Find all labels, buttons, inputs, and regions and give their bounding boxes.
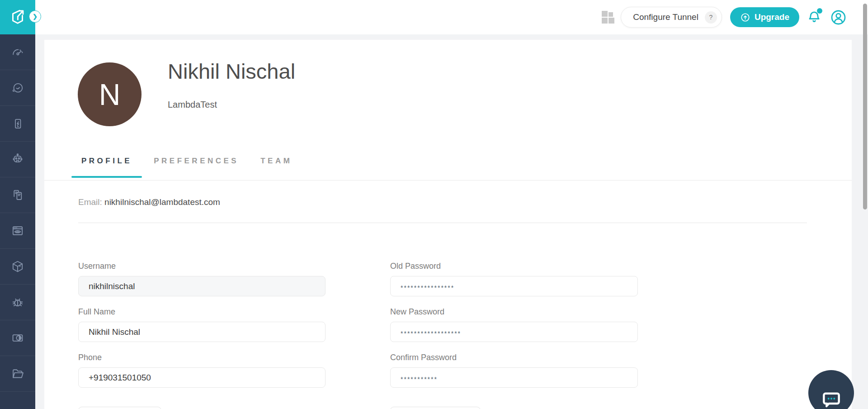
- chat-bubble-icon: [819, 387, 844, 409]
- devices-icon: [10, 188, 25, 202]
- upgrade-button[interactable]: Upgrade: [730, 7, 799, 27]
- sidebar-collapse-toggle[interactable]: ❯: [29, 10, 41, 23]
- profile-tabs: PROFILE PREFERENCES TEAM: [71, 149, 304, 177]
- phone-field-group: Phone: [78, 353, 326, 388]
- upgrade-label: Upgrade: [755, 12, 789, 22]
- phone-input[interactable]: [78, 367, 326, 388]
- tab-preferences[interactable]: PREFERENCES: [144, 149, 249, 177]
- top-header: Configure Tunnel ? Upgrade: [35, 0, 868, 34]
- vertical-scrollbar[interactable]: [863, 4, 867, 209]
- sidebar-item-folder[interactable]: [0, 356, 35, 392]
- full-name-label: Full Name: [78, 307, 326, 317]
- sidebar-item-mobile-testing[interactable]: [0, 106, 35, 142]
- confirm-password-input[interactable]: [390, 367, 638, 388]
- email-divider: [78, 223, 807, 223]
- sidebar-item-devices[interactable]: [0, 177, 35, 213]
- new-password-field-group: New Password: [390, 307, 638, 342]
- phone-label: Phone: [78, 353, 326, 362]
- tab-profile[interactable]: PROFILE: [71, 149, 142, 177]
- confirm-password-label: Confirm Password: [390, 353, 638, 362]
- email-value: nikhilnischal@lambdatest.com: [104, 197, 220, 207]
- main-content: N Nikhil Nischal LambdaTest PROFILE PREF…: [35, 34, 868, 409]
- tabs-divider: [44, 180, 852, 181]
- browser-eye-icon: [10, 224, 25, 238]
- old-password-input[interactable]: [390, 276, 638, 296]
- speedometer-icon: [11, 45, 25, 59]
- upgrade-arrow-icon: [740, 12, 750, 23]
- profile-avatar: N: [78, 62, 142, 126]
- sidebar-item-browser-visual[interactable]: [0, 213, 35, 249]
- update-profile-button-cutoff[interactable]: [78, 407, 161, 409]
- confirm-password-field-group: Confirm Password: [390, 353, 638, 388]
- folder-icon: [10, 366, 25, 381]
- email-label: Email:: [78, 197, 102, 207]
- old-password-field-group: Old Password: [390, 262, 638, 296]
- email-row: Email: nikhilnischal@lambdatest.com: [78, 197, 220, 207]
- old-password-label: Old Password: [390, 262, 638, 271]
- notifications-button[interactable]: [807, 9, 822, 25]
- mobile-lightning-icon: [11, 117, 25, 131]
- user-avatar-icon: [830, 9, 847, 26]
- sidebar-item-contrast[interactable]: [0, 320, 35, 356]
- lambdatest-logo-icon: [8, 8, 27, 27]
- notification-badge-dot: [817, 8, 822, 14]
- avatar-initial: N: [99, 77, 121, 112]
- history-clock-icon: [11, 81, 25, 95]
- sidebar-nav: [0, 34, 35, 392]
- tab-team[interactable]: TEAM: [250, 149, 302, 177]
- profile-company: LambdaTest: [168, 100, 217, 110]
- new-password-label: New Password: [390, 307, 638, 317]
- contrast-screenshot-icon: [10, 331, 25, 345]
- profile-name: Nikhil Nischal: [168, 59, 295, 84]
- profile-form-right-column: Old Password New Password Confirm Passwo…: [390, 262, 638, 409]
- update-password-button-cutoff[interactable]: [390, 407, 481, 409]
- sidebar-item-bug[interactable]: [0, 285, 35, 320]
- profile-form-left-column: Username Full Name Phone: [78, 262, 326, 409]
- username-input[interactable]: [78, 276, 326, 296]
- sidebar: [0, 0, 35, 409]
- package-icon: [10, 259, 25, 274]
- sidebar-item-package[interactable]: [0, 249, 35, 285]
- full-name-input[interactable]: [78, 322, 326, 342]
- sidebar-item-history[interactable]: [0, 70, 35, 106]
- tunnel-help-icon[interactable]: ?: [705, 11, 717, 24]
- lambdatest-profile-page: ❯ Configure Tunnel ? Upgrade: [0, 0, 868, 409]
- new-password-input[interactable]: [390, 322, 638, 342]
- bug-icon: [10, 295, 25, 309]
- apps-grid-icon[interactable]: [602, 11, 614, 24]
- robot-icon: [10, 152, 25, 166]
- chevron-right-icon: ❯: [33, 13, 38, 20]
- sidebar-item-robot[interactable]: [0, 142, 35, 177]
- configure-tunnel-label: Configure Tunnel: [633, 12, 698, 22]
- username-label: Username: [78, 262, 326, 271]
- full-name-field-group: Full Name: [78, 307, 326, 342]
- username-field-group: Username: [78, 262, 326, 296]
- account-menu-button[interactable]: [830, 9, 847, 26]
- profile-card: N Nikhil Nischal LambdaTest PROFILE PREF…: [44, 40, 852, 409]
- sidebar-item-speedometer[interactable]: [0, 34, 35, 70]
- configure-tunnel-button[interactable]: Configure Tunnel ?: [621, 7, 722, 28]
